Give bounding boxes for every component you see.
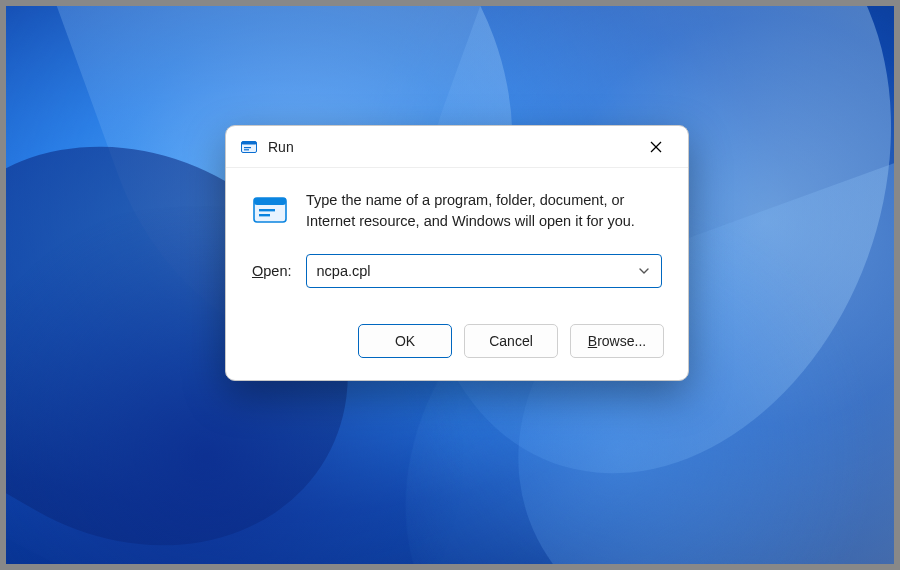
cancel-button-label: Cancel: [489, 333, 533, 349]
close-button[interactable]: [634, 131, 678, 163]
run-dialog: Run: [225, 125, 689, 381]
dialog-title: Run: [268, 139, 634, 155]
dialog-body: Type the name of a program, folder, docu…: [226, 168, 688, 308]
dialog-description: Type the name of a program, folder, docu…: [306, 190, 662, 232]
run-app-icon: [252, 192, 288, 228]
run-app-icon: [240, 138, 258, 156]
ok-button[interactable]: OK: [358, 324, 452, 358]
open-label: Open:: [252, 263, 292, 279]
svg-rect-7: [254, 198, 286, 205]
svg-rect-1: [242, 141, 257, 144]
close-icon: [650, 141, 662, 153]
browse-button-label: Browse...: [588, 333, 646, 349]
ok-button-label: OK: [395, 333, 415, 349]
svg-rect-8: [259, 209, 275, 211]
open-input[interactable]: [317, 263, 635, 279]
svg-rect-3: [244, 149, 249, 150]
svg-rect-2: [244, 147, 251, 148]
dialog-button-row: OK Cancel Browse...: [226, 308, 688, 380]
cancel-button[interactable]: Cancel: [464, 324, 558, 358]
svg-rect-9: [259, 214, 270, 216]
desktop-wallpaper: Run: [6, 6, 894, 564]
titlebar[interactable]: Run: [226, 126, 688, 168]
chevron-down-icon[interactable]: [635, 262, 653, 280]
open-combobox[interactable]: [306, 254, 662, 288]
browse-button[interactable]: Browse...: [570, 324, 664, 358]
